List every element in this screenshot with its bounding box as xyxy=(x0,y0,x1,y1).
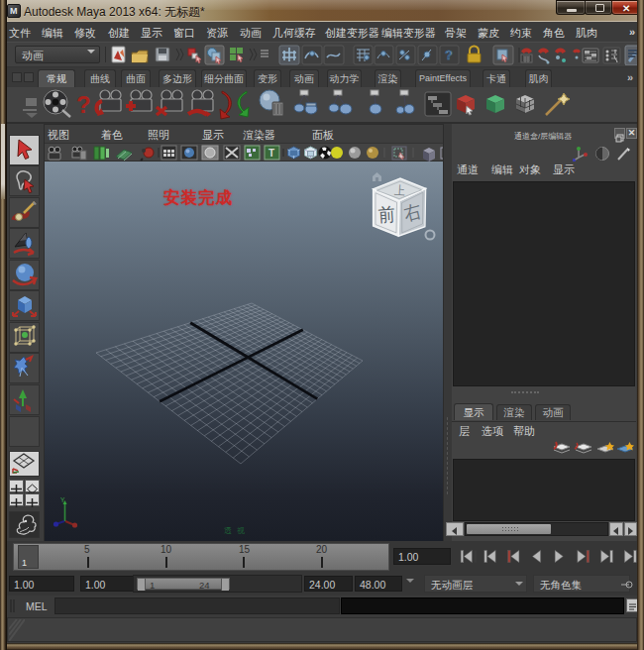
svg-text:T: T xyxy=(268,148,274,159)
svg-text:?: ? xyxy=(76,91,91,118)
svg-text:?: ? xyxy=(445,48,453,62)
svg-text:上: 上 xyxy=(394,182,406,197)
svg-text:Y: Y xyxy=(60,496,65,503)
svg-text:前: 前 xyxy=(377,204,395,226)
